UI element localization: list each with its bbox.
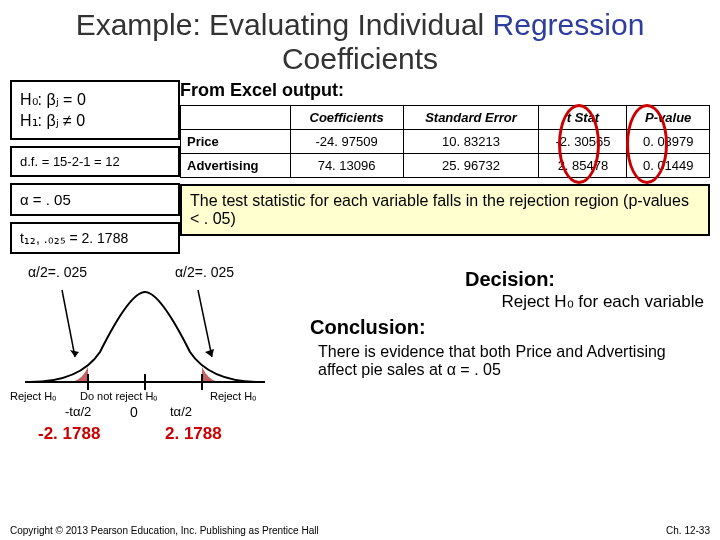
tcrit-box: t₁₂, .₀₂₅ = 2. 1788 [10,222,180,254]
crit-value-pos: 2. 1788 [165,424,222,444]
conclusion-heading: Conclusion: [310,316,710,339]
rejection-region-diagram: α/2=. 025 α/2=. 025 Reject H₀ Do not rej… [10,264,300,454]
svg-line-6 [198,290,212,357]
df-box: d.f. = 15-2-1 = 12 [10,146,180,177]
svg-marker-7 [205,349,214,357]
reject-right: Reject H₀ [210,390,256,403]
alpha-box: α = . 05 [10,183,180,216]
excel-label: From Excel output: [180,80,710,101]
h0: H₀: βⱼ = 0 [20,90,170,109]
alpha-right-label: α/2=. 025 [175,264,234,280]
bell-curve-icon [20,282,270,402]
slide-title: Example: Evaluating Individual Regressio… [0,0,720,80]
copyright: Copyright © 2013 Pearson Education, Inc.… [10,525,319,536]
page-number: Ch. 12-33 [666,525,710,536]
svg-marker-5 [70,350,79,357]
circle-pvalue-icon [626,104,668,184]
zero-label: 0 [130,404,138,420]
decision-heading: Decision: [310,268,710,291]
circle-tstat-icon [558,104,600,184]
interpretation-box: The test statistic for each variable fal… [180,184,710,236]
noreject-mid: Do not reject H₀ [80,390,157,403]
reject-left: Reject H₀ [10,390,56,403]
h1: H₁: βⱼ ≠ 0 [20,111,170,130]
neg-t-label: -tα/2 [65,404,91,419]
pos-t-label: tα/2 [170,404,192,419]
svg-line-4 [62,290,75,357]
alpha-left-label: α/2=. 025 [28,264,87,280]
crit-value-neg: -2. 1788 [38,424,100,444]
hypotheses-box: H₀: βⱼ = 0 H₁: βⱼ ≠ 0 [10,80,180,140]
decision-text: Reject H₀ for each variable [310,291,710,312]
conclusion-text: There is evidence that both Price and Ad… [310,339,710,383]
